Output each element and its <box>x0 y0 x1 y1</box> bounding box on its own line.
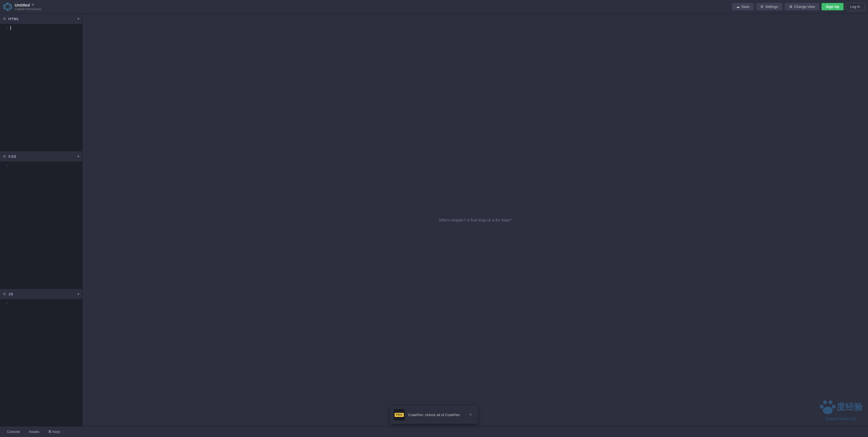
save-button[interactable]: ☁ Save <box>732 3 754 10</box>
app-header: Untitled ✎ Captain Anonymous ☁ Save ⚙ Se… <box>0 0 868 13</box>
user-name: Captain Anonymous <box>15 7 41 10</box>
html-collapse-icon[interactable]: ▾ <box>78 16 80 21</box>
html-cursor <box>10 26 11 30</box>
preview-panel: Who's loopier? A fruit loop or a for loo… <box>82 13 868 426</box>
toast-message: CodePen: Unlock all of CodePen <box>408 413 464 417</box>
gear-icon: ⚙ <box>761 5 764 9</box>
css-line-number-1: 1 <box>2 164 8 167</box>
js-editor-section: ⚙ JS ▾ 1 <box>0 289 82 426</box>
svg-marker-1 <box>5 5 10 9</box>
change-view-button[interactable]: 🖥 Change View <box>784 3 819 10</box>
assets-tab-label: Assets <box>29 430 39 434</box>
main-area: ⚙ HTML ▾ 1 ⚙ CSS ▾ <box>0 13 868 426</box>
settings-button[interactable]: ⚙ Settings <box>756 3 782 10</box>
signup-label: Sign Up <box>826 5 839 9</box>
css-editor-header: ⚙ CSS ▾ <box>0 151 82 162</box>
change-view-label: Change View <box>794 5 815 9</box>
header-actions: ☁ Save ⚙ Settings 🖥 Change View Sign Up … <box>732 3 865 10</box>
baidu-url: jingyan.baidu.com <box>826 416 857 421</box>
html-editor-section: ⚙ HTML ▾ 1 <box>0 13 82 151</box>
baidu-paw-icon <box>819 399 836 415</box>
css-settings-icon[interactable]: ⚙ <box>3 154 6 159</box>
toast-icon-wrap: PRO <box>394 409 405 421</box>
monitor-icon: 🖥 <box>789 5 793 9</box>
bottom-bar: Console Assets ⌘ Keys <box>0 426 868 437</box>
signup-button[interactable]: Sign Up <box>822 3 843 10</box>
css-collapse-icon[interactable]: ▾ <box>78 154 80 159</box>
svg-point-9 <box>829 400 832 404</box>
html-header-left: ⚙ HTML <box>3 16 19 21</box>
assets-tab[interactable]: Assets <box>25 429 43 435</box>
html-line-1: 1 <box>0 26 82 30</box>
editors-panel: ⚙ HTML ▾ 1 ⚙ CSS ▾ <box>0 13 82 426</box>
settings-label: Settings <box>765 5 778 9</box>
js-editor-body[interactable]: 1 <box>0 299 82 426</box>
js-label: JS <box>8 292 13 296</box>
edit-title-icon[interactable]: ✎ <box>32 3 34 7</box>
console-tab[interactable]: Console <box>3 429 24 435</box>
project-title-text: Untitled <box>15 3 30 7</box>
js-line-number-1: 1 <box>2 301 8 305</box>
svg-point-11 <box>832 405 836 408</box>
css-label: CSS <box>8 155 17 159</box>
js-settings-icon[interactable]: ⚙ <box>3 292 6 296</box>
html-label: HTML <box>8 17 19 21</box>
watermark: 度经验 jingyan.baidu.com <box>819 399 863 421</box>
js-collapse-icon[interactable]: ▾ <box>78 292 80 296</box>
preview-placeholder-text: Who's loopier? A fruit loop or a for loo… <box>439 218 511 222</box>
js-line-1: 1 <box>0 301 82 305</box>
project-title: Untitled ✎ <box>15 3 41 7</box>
keys-tab[interactable]: ⌘ Keys <box>44 429 64 435</box>
js-editor-header: ⚙ JS ▾ <box>0 289 82 299</box>
svg-point-10 <box>820 405 824 408</box>
html-editor-header: ⚙ HTML ▾ <box>0 13 82 24</box>
title-block: Untitled ✎ Captain Anonymous <box>15 3 41 10</box>
keys-tab-label: ⌘ Keys <box>48 430 61 434</box>
svg-point-12 <box>823 407 833 414</box>
css-header-left: ⚙ CSS <box>3 154 17 159</box>
console-tab-label: Console <box>7 430 20 434</box>
pro-badge: PRO <box>395 413 404 417</box>
html-settings-icon[interactable]: ⚙ <box>3 16 6 21</box>
login-label: Log In <box>850 5 860 9</box>
save-label: Save <box>741 5 749 9</box>
baidu-text: 度经验 <box>836 401 863 413</box>
logo-area: Untitled ✎ Captain Anonymous <box>3 2 732 11</box>
html-line-number-1: 1 <box>2 26 8 30</box>
toast-notification: PRO CodePen: Unlock all of CodePen × <box>391 406 477 424</box>
svg-point-8 <box>823 400 827 404</box>
toast-close-button[interactable]: × <box>468 412 473 418</box>
html-editor-body[interactable]: 1 <box>0 24 82 151</box>
css-line-1: 1 <box>0 164 82 167</box>
js-header-left: ⚙ JS <box>3 292 13 296</box>
css-editor-section: ⚙ CSS ▾ 1 <box>0 151 82 289</box>
login-button[interactable]: Log In <box>846 3 865 10</box>
codepen-logo-icon <box>3 2 12 11</box>
css-editor-body[interactable]: 1 <box>0 162 82 289</box>
cloud-icon: ☁ <box>736 5 740 9</box>
html-cursor-line <box>10 26 11 30</box>
